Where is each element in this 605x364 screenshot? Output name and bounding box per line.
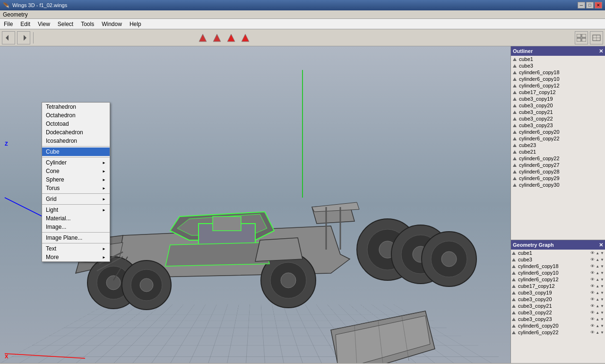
- outliner-item[interactable]: cylinder6_copy28: [511, 168, 605, 175]
- geometry-graph-item[interactable]: cube3_copy22 👁 ▲ ▼: [511, 309, 605, 316]
- outliner-item[interactable]: cylinder6_copy12: [511, 82, 605, 89]
- outliner-item[interactable]: cube1: [511, 56, 605, 62]
- geom-down-arrow[interactable]: ▼: [600, 271, 604, 275]
- ctx-image-plane[interactable]: Image Plane...: [42, 234, 110, 242]
- geom-eye-icon[interactable]: 👁: [590, 270, 595, 275]
- close-button[interactable]: ✕: [595, 2, 602, 9]
- geometry-graph-item[interactable]: cube3 👁 ▲ ▼: [511, 256, 605, 263]
- menu-window[interactable]: Window: [98, 19, 126, 29]
- menu-edit[interactable]: Edit: [17, 19, 34, 29]
- outliner-item[interactable]: cube17_copy12: [511, 89, 605, 95]
- geom-up-arrow[interactable]: ▲: [596, 277, 599, 282]
- nav-triangle-2[interactable]: [211, 32, 223, 43]
- outliner-item[interactable]: cylinder6_copy29: [511, 175, 605, 182]
- outliner-item[interactable]: cube23: [511, 142, 605, 148]
- maximize-button[interactable]: □: [586, 2, 594, 9]
- geom-down-arrow[interactable]: ▼: [600, 297, 604, 302]
- geom-eye-icon[interactable]: 👁: [590, 290, 595, 295]
- geom-down-arrow[interactable]: ▼: [600, 258, 604, 262]
- outliner-item[interactable]: cylinder6_copy10: [511, 76, 605, 82]
- nav-triangle-4[interactable]: [240, 32, 251, 43]
- viewport-3d[interactable]: Z X: [0, 46, 510, 363]
- menu-tools[interactable]: Tools: [77, 19, 98, 29]
- view-mode-btn-2[interactable]: [590, 31, 603, 44]
- geom-eye-icon[interactable]: 👁: [590, 317, 595, 321]
- geometry-graph-item[interactable]: cylinder6_copy22 👁 ▲ ▼: [511, 329, 605, 336]
- outliner-item[interactable]: cylinder6_copy27: [511, 162, 605, 168]
- ctx-dodecahedron[interactable]: Dodecahedron: [42, 128, 110, 137]
- outliner-item[interactable]: cube3_copy20: [511, 102, 605, 109]
- ctx-cube[interactable]: Cube: [42, 147, 110, 156]
- ctx-light[interactable]: Light ►: [42, 206, 110, 214]
- geometry-graph-item[interactable]: cylinder6_copy20 👁 ▲ ▼: [511, 322, 605, 329]
- geom-eye-icon[interactable]: 👁: [590, 251, 595, 255]
- nav-triangle-3[interactable]: [225, 32, 237, 43]
- outliner-item[interactable]: cylinder6_copy22: [511, 135, 605, 142]
- geometry-graph-item[interactable]: cube17_copy12 👁 ▲ ▼: [511, 283, 605, 289]
- ctx-more[interactable]: More ►: [42, 253, 110, 261]
- geometry-graph-item[interactable]: cube3_copy21 👁 ▲ ▼: [511, 303, 605, 309]
- outliner-item[interactable]: cylinder6_copy18: [511, 69, 605, 76]
- ctx-image[interactable]: Image...: [42, 223, 110, 231]
- geometry-graph-list[interactable]: cube1 👁 ▲ ▼ cube3 👁 ▲ ▼ cylinder6_copy18: [511, 250, 605, 363]
- geometry-graph-item[interactable]: cube3_copy20 👁 ▲ ▼: [511, 296, 605, 303]
- minimize-button[interactable]: ─: [578, 2, 585, 9]
- geometry-graph-item[interactable]: cylinder6_copy18 👁 ▲ ▼: [511, 263, 605, 269]
- geom-up-arrow[interactable]: ▲: [596, 284, 599, 288]
- ctx-material[interactable]: Material...: [42, 214, 110, 223]
- ctx-icosahedron[interactable]: Icosahedron: [42, 137, 110, 145]
- geometry-graph-item[interactable]: cylinder6_copy10 👁 ▲ ▼: [511, 269, 605, 276]
- outliner-item[interactable]: cube3_copy19: [511, 95, 605, 102]
- geom-up-arrow[interactable]: ▲: [596, 264, 599, 269]
- geom-up-arrow[interactable]: ▲: [596, 258, 599, 262]
- outliner-item[interactable]: cylinder6_copy20: [511, 129, 605, 135]
- nav-triangle-1[interactable]: [197, 32, 208, 43]
- geom-down-arrow[interactable]: ▼: [600, 317, 604, 321]
- geom-up-arrow[interactable]: ▲: [596, 311, 599, 315]
- ctx-text[interactable]: Text ►: [42, 244, 110, 253]
- geom-up-arrow[interactable]: ▲: [596, 324, 599, 328]
- ctx-cone[interactable]: Cone ►: [42, 167, 110, 175]
- geom-up-arrow[interactable]: ▲: [596, 271, 599, 275]
- geom-down-arrow[interactable]: ▼: [600, 251, 604, 255]
- view-mode-btn-1[interactable]: [575, 31, 588, 44]
- outliner-item[interactable]: cube3_copy23: [511, 122, 605, 129]
- geom-down-arrow[interactable]: ▼: [600, 324, 604, 328]
- undo-button[interactable]: [2, 31, 15, 44]
- geom-up-arrow[interactable]: ▲: [596, 317, 599, 321]
- geometry-graph-item[interactable]: cylinder6_copy12 👁 ▲ ▼: [511, 276, 605, 283]
- ctx-torus[interactable]: Torus ►: [42, 184, 110, 192]
- ctx-octotoad[interactable]: Octotoad: [42, 120, 110, 128]
- geom-eye-icon[interactable]: 👁: [590, 297, 595, 302]
- geometry-graph-item[interactable]: cube1 👁 ▲ ▼: [511, 250, 605, 256]
- geometry-graph-close[interactable]: ✕: [599, 242, 603, 248]
- geom-eye-icon[interactable]: 👁: [590, 257, 595, 262]
- ctx-tetrahedron[interactable]: Tetrahedron: [42, 103, 110, 111]
- menu-view[interactable]: View: [34, 19, 54, 29]
- geom-eye-icon[interactable]: 👁: [590, 264, 595, 269]
- title-bar-controls[interactable]: ─ □ ✕: [578, 2, 602, 9]
- redo-button[interactable]: [17, 31, 30, 44]
- geometry-graph-item[interactable]: cube3_copy23 👁 ▲ ▼: [511, 316, 605, 322]
- ctx-octahedron[interactable]: Octahedron: [42, 111, 110, 120]
- menu-file[interactable]: File: [0, 19, 17, 29]
- geom-down-arrow[interactable]: ▼: [600, 330, 604, 335]
- menu-help[interactable]: Help: [126, 19, 145, 29]
- outliner-item[interactable]: cube3_copy21: [511, 109, 605, 115]
- menu-select[interactable]: Select: [54, 19, 77, 29]
- geom-up-arrow[interactable]: ▲: [596, 330, 599, 335]
- ctx-sphere[interactable]: Sphere ►: [42, 175, 110, 184]
- ctx-cylinder[interactable]: Cylinder ►: [42, 158, 110, 167]
- geom-up-arrow[interactable]: ▲: [596, 251, 599, 255]
- outliner-item[interactable]: cylinder6_copy22: [511, 155, 605, 162]
- geometry-graph-item[interactable]: cube3_copy19 👁 ▲ ▼: [511, 289, 605, 296]
- geom-eye-icon[interactable]: 👁: [590, 303, 595, 308]
- geom-eye-icon[interactable]: 👁: [590, 323, 595, 328]
- outliner-item[interactable]: cylinder6_copy30: [511, 182, 605, 188]
- geom-up-arrow[interactable]: ▲: [596, 291, 599, 295]
- geom-down-arrow[interactable]: ▼: [600, 264, 604, 269]
- geom-eye-icon[interactable]: 👁: [590, 310, 595, 315]
- geom-down-arrow[interactable]: ▼: [600, 277, 604, 282]
- geom-down-arrow[interactable]: ▼: [600, 304, 604, 308]
- geom-down-arrow[interactable]: ▼: [600, 284, 604, 288]
